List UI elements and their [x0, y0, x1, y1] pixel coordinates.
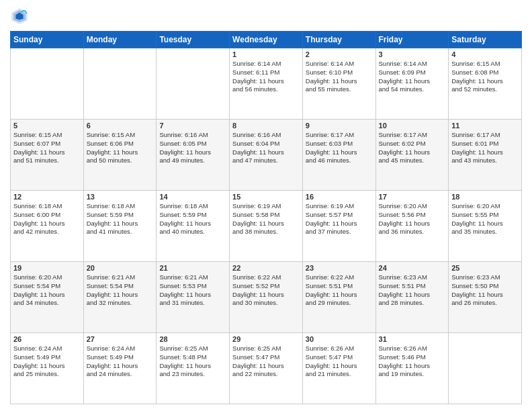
calendar-cell: 19Sunrise: 6:20 AM Sunset: 5:54 PM Dayli… — [11, 262, 84, 333]
calendar-week-row: 26Sunrise: 6:24 AM Sunset: 5:49 PM Dayli… — [11, 333, 522, 404]
calendar-cell: 5Sunrise: 6:15 AM Sunset: 6:07 PM Daylig… — [11, 120, 84, 191]
calendar-cell: 21Sunrise: 6:21 AM Sunset: 5:53 PM Dayli… — [157, 262, 230, 333]
calendar-cell — [449, 333, 522, 404]
day-number: 25 — [451, 264, 519, 272]
day-number: 14 — [159, 193, 226, 201]
day-number: 8 — [232, 122, 300, 130]
header — [10, 7, 522, 26]
day-info: Sunrise: 6:20 AM Sunset: 5:56 PM Dayligh… — [379, 202, 446, 236]
day-info: Sunrise: 6:15 AM Sunset: 6:07 PM Dayligh… — [13, 131, 81, 165]
day-info: Sunrise: 6:23 AM Sunset: 5:51 PM Dayligh… — [379, 273, 446, 308]
calendar-week-row: 19Sunrise: 6:20 AM Sunset: 5:54 PM Dayli… — [11, 262, 522, 333]
day-number: 6 — [87, 122, 154, 130]
day-info: Sunrise: 6:24 AM Sunset: 5:49 PM Dayligh… — [87, 345, 154, 379]
calendar-cell: 3Sunrise: 6:14 AM Sunset: 6:09 PM Daylig… — [375, 48, 449, 120]
calendar-cell: 10Sunrise: 6:17 AM Sunset: 6:02 PM Dayli… — [375, 120, 449, 191]
day-info: Sunrise: 6:17 AM Sunset: 6:03 PM Dayligh… — [306, 131, 373, 165]
calendar-cell — [83, 48, 157, 120]
calendar-cell: 1Sunrise: 6:14 AM Sunset: 6:11 PM Daylig… — [230, 48, 303, 120]
day-number: 2 — [306, 50, 373, 58]
calendar-cell: 24Sunrise: 6:23 AM Sunset: 5:51 PM Dayli… — [375, 262, 449, 333]
calendar-cell: 2Sunrise: 6:14 AM Sunset: 6:10 PM Daylig… — [302, 48, 375, 120]
day-info: Sunrise: 6:26 AM Sunset: 5:46 PM Dayligh… — [379, 345, 446, 379]
day-info: Sunrise: 6:18 AM Sunset: 5:59 PM Dayligh… — [159, 202, 226, 236]
day-number: 21 — [159, 264, 226, 272]
calendar-table: SundayMondayTuesdayWednesdayThursdayFrid… — [10, 31, 522, 404]
day-info: Sunrise: 6:21 AM Sunset: 5:54 PM Dayligh… — [87, 273, 154, 308]
day-number: 27 — [87, 335, 154, 343]
logo — [10, 7, 32, 26]
logo-icon — [10, 7, 29, 26]
weekday-header-friday: Friday — [375, 32, 449, 48]
day-info: Sunrise: 6:17 AM Sunset: 6:02 PM Dayligh… — [379, 131, 446, 165]
calendar-cell: 7Sunrise: 6:16 AM Sunset: 6:05 PM Daylig… — [157, 120, 230, 191]
day-info: Sunrise: 6:14 AM Sunset: 6:10 PM Dayligh… — [306, 60, 373, 94]
day-info: Sunrise: 6:22 AM Sunset: 5:52 PM Dayligh… — [232, 273, 300, 308]
calendar-cell: 9Sunrise: 6:17 AM Sunset: 6:03 PM Daylig… — [302, 120, 375, 191]
day-info: Sunrise: 6:18 AM Sunset: 5:59 PM Dayligh… — [87, 202, 154, 236]
calendar-week-row: 5Sunrise: 6:15 AM Sunset: 6:07 PM Daylig… — [11, 120, 522, 191]
calendar-cell: 29Sunrise: 6:25 AM Sunset: 5:47 PM Dayli… — [230, 333, 303, 404]
day-number: 3 — [379, 50, 446, 58]
calendar-cell: 4Sunrise: 6:15 AM Sunset: 6:08 PM Daylig… — [449, 48, 522, 120]
day-info: Sunrise: 6:15 AM Sunset: 6:06 PM Dayligh… — [87, 131, 154, 165]
day-number: 12 — [13, 193, 81, 201]
calendar-cell: 26Sunrise: 6:24 AM Sunset: 5:49 PM Dayli… — [11, 333, 84, 404]
day-number: 24 — [379, 264, 446, 272]
calendar-cell: 25Sunrise: 6:23 AM Sunset: 5:50 PM Dayli… — [449, 262, 522, 333]
day-number: 18 — [451, 193, 519, 201]
day-info: Sunrise: 6:17 AM Sunset: 6:01 PM Dayligh… — [451, 131, 519, 165]
day-number: 22 — [232, 264, 300, 272]
calendar-cell: 17Sunrise: 6:20 AM Sunset: 5:56 PM Dayli… — [375, 191, 449, 262]
calendar-cell: 23Sunrise: 6:22 AM Sunset: 5:51 PM Dayli… — [302, 262, 375, 333]
day-number: 7 — [159, 122, 226, 130]
day-number: 29 — [232, 335, 300, 343]
day-number: 26 — [13, 335, 81, 343]
day-number: 10 — [379, 122, 446, 130]
calendar-cell: 22Sunrise: 6:22 AM Sunset: 5:52 PM Dayli… — [230, 262, 303, 333]
day-number: 23 — [306, 264, 373, 272]
day-info: Sunrise: 6:18 AM Sunset: 6:00 PM Dayligh… — [13, 202, 81, 236]
day-number: 11 — [451, 122, 519, 130]
day-info: Sunrise: 6:23 AM Sunset: 5:50 PM Dayligh… — [451, 273, 519, 308]
day-number: 28 — [159, 335, 226, 343]
day-info: Sunrise: 6:22 AM Sunset: 5:51 PM Dayligh… — [306, 273, 373, 308]
day-number: 31 — [379, 335, 446, 343]
weekday-header-monday: Monday — [83, 32, 157, 48]
calendar-cell: 14Sunrise: 6:18 AM Sunset: 5:59 PM Dayli… — [157, 191, 230, 262]
calendar-week-row: 1Sunrise: 6:14 AM Sunset: 6:11 PM Daylig… — [11, 48, 522, 120]
day-number: 19 — [13, 264, 81, 272]
calendar-cell: 18Sunrise: 6:20 AM Sunset: 5:55 PM Dayli… — [449, 191, 522, 262]
calendar-cell: 31Sunrise: 6:26 AM Sunset: 5:46 PM Dayli… — [375, 333, 449, 404]
day-info: Sunrise: 6:19 AM Sunset: 5:57 PM Dayligh… — [306, 202, 373, 236]
weekday-header-wednesday: Wednesday — [230, 32, 303, 48]
day-number: 17 — [379, 193, 446, 201]
day-info: Sunrise: 6:15 AM Sunset: 6:08 PM Dayligh… — [451, 60, 519, 94]
day-info: Sunrise: 6:16 AM Sunset: 6:04 PM Dayligh… — [232, 131, 300, 165]
day-info: Sunrise: 6:19 AM Sunset: 5:58 PM Dayligh… — [232, 202, 300, 236]
calendar-cell: 16Sunrise: 6:19 AM Sunset: 5:57 PM Dayli… — [302, 191, 375, 262]
calendar-cell: 6Sunrise: 6:15 AM Sunset: 6:06 PM Daylig… — [83, 120, 157, 191]
calendar-cell: 8Sunrise: 6:16 AM Sunset: 6:04 PM Daylig… — [230, 120, 303, 191]
day-info: Sunrise: 6:26 AM Sunset: 5:47 PM Dayligh… — [306, 345, 373, 379]
day-number: 9 — [306, 122, 373, 130]
day-info: Sunrise: 6:14 AM Sunset: 6:11 PM Dayligh… — [232, 60, 300, 94]
calendar-cell — [157, 48, 230, 120]
weekday-header-row: SundayMondayTuesdayWednesdayThursdayFrid… — [11, 32, 522, 48]
day-number: 5 — [13, 122, 81, 130]
weekday-header-tuesday: Tuesday — [157, 32, 230, 48]
day-number: 20 — [87, 264, 154, 272]
day-number: 16 — [306, 193, 373, 201]
calendar-cell — [11, 48, 84, 120]
weekday-header-sunday: Sunday — [11, 32, 84, 48]
calendar-cell: 11Sunrise: 6:17 AM Sunset: 6:01 PM Dayli… — [449, 120, 522, 191]
day-info: Sunrise: 6:25 AM Sunset: 5:47 PM Dayligh… — [232, 345, 300, 379]
calendar-week-row: 12Sunrise: 6:18 AM Sunset: 6:00 PM Dayli… — [11, 191, 522, 262]
day-info: Sunrise: 6:20 AM Sunset: 5:54 PM Dayligh… — [13, 273, 81, 308]
day-info: Sunrise: 6:25 AM Sunset: 5:48 PM Dayligh… — [159, 345, 226, 379]
calendar-cell: 15Sunrise: 6:19 AM Sunset: 5:58 PM Dayli… — [230, 191, 303, 262]
day-number: 4 — [451, 50, 519, 58]
day-info: Sunrise: 6:16 AM Sunset: 6:05 PM Dayligh… — [159, 131, 226, 165]
day-number: 13 — [87, 193, 154, 201]
weekday-header-thursday: Thursday — [302, 32, 375, 48]
